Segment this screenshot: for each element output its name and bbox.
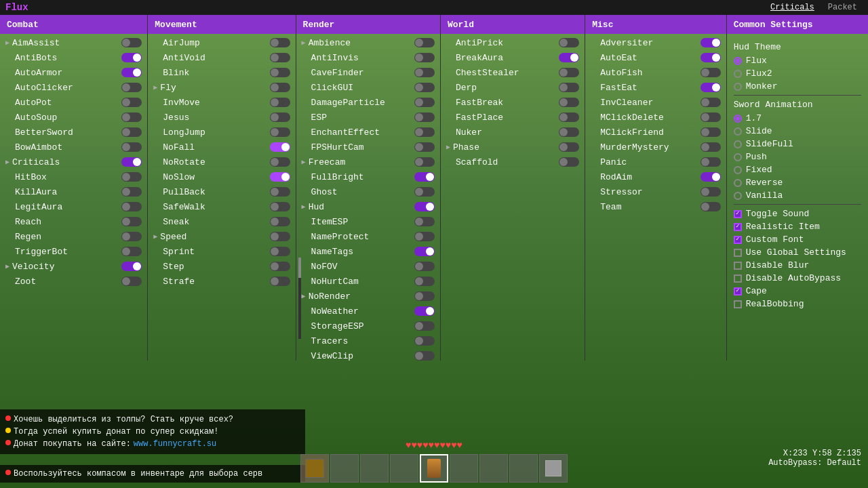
menu-item[interactable]: AutoEat [585,50,726,65]
menu-item[interactable]: AutoPot [0,95,147,110]
menu-item[interactable]: InvCleaner [585,95,726,110]
toggle-switch[interactable] [414,127,435,137]
toggle-switch[interactable] [701,172,721,182]
toggle-switch[interactable] [121,142,142,152]
toggle-switch[interactable] [559,127,579,137]
toggle-switch[interactable] [121,127,142,137]
menu-item[interactable]: ▶Freecam [296,155,440,169]
toggle-switch[interactable] [414,232,435,241]
toggle-switch[interactable] [414,68,435,77]
menu-item[interactable]: Tracers [296,333,440,348]
menu-item[interactable]: ▶Criticals [0,155,147,169]
hotbar-slot-6[interactable] [479,454,508,483]
menu-item[interactable]: MurderMystery [585,140,726,155]
menu-item[interactable]: NoFall [148,140,295,155]
menu-item[interactable]: NameProtect [296,229,440,244]
toggle-switch[interactable] [414,172,435,182]
menu-item[interactable]: BreakAura [441,50,585,65]
toggle-switch[interactable] [270,53,290,62]
toggle-switch[interactable] [414,38,435,47]
tab-packet[interactable]: Packet [823,1,863,14]
menu-item[interactable]: AntiVoid [148,50,295,65]
menu-item[interactable]: Ghost [296,184,440,199]
toggle-switch[interactable] [414,336,435,346]
menu-item[interactable]: Step [148,259,295,274]
menu-item[interactable]: AutoClicker [0,80,147,95]
toggle-switch[interactable] [121,98,142,107]
toggle-switch[interactable] [121,113,142,122]
menu-item[interactable]: Scaffold [441,155,585,169]
toggle-switch[interactable] [414,351,435,361]
menu-item[interactable]: ▶Phase [441,140,585,155]
checkbox-item-custom-font[interactable]: Custom Font [734,233,861,246]
menu-item[interactable]: CaveFinder [296,65,440,80]
panel-movement-content[interactable]: AirJumpAntiVoidBlink▶FlyInvMoveJesusLong… [148,34,295,361]
menu-item[interactable]: BetterSword [0,125,147,140]
toggle-switch[interactable] [559,98,579,107]
toggle-switch[interactable] [414,306,435,316]
toggle-switch[interactable] [414,113,435,122]
checkbox-item-realistic-item[interactable]: Realistic Item [734,220,861,233]
hotbar-slot-3[interactable] [390,454,418,483]
hotbar-slot-0[interactable] [300,454,329,483]
menu-item[interactable]: AirJump [148,35,295,50]
menu-item[interactable]: Blink [148,65,295,80]
menu-item[interactable]: Nuker [441,125,585,140]
toggle-switch[interactable] [270,127,290,137]
menu-item[interactable]: TriggerBot [0,244,147,259]
menu-item[interactable]: FastPlace [441,110,585,125]
menu-item[interactable]: MClickFriend [585,125,726,140]
toggle-switch[interactable] [414,321,435,331]
menu-item[interactable]: MClickDelete [585,110,726,125]
radio-item-monker[interactable]: Monker [734,81,861,92]
menu-item[interactable]: Strafe [148,274,295,289]
menu-item[interactable]: InvMove [148,95,295,110]
toggle-switch[interactable] [414,187,435,197]
checkbox-item-cape[interactable]: Cape [734,285,861,298]
menu-item[interactable]: FastBreak [441,95,585,110]
toggle-switch[interactable] [701,113,721,122]
toggle-switch[interactable] [121,232,142,241]
toggle-switch[interactable] [414,277,435,286]
menu-item[interactable]: ▶Velocity [0,259,147,274]
toggle-switch[interactable] [270,142,290,152]
toggle-switch[interactable] [270,232,290,241]
menu-item[interactable]: ▶Hud [296,199,440,214]
toggle-switch[interactable] [270,83,290,92]
hotbar-slot-7[interactable] [509,454,538,483]
toggle-switch[interactable] [270,157,290,167]
menu-item[interactable]: ViewClip [296,348,440,361]
checkbox-item-disable-blur[interactable]: Disable Blur [734,259,861,272]
toggle-switch[interactable] [701,38,721,47]
toggle-switch[interactable] [559,68,579,77]
checkbox-item-use-global-settings[interactable]: Use Global Settings [734,246,861,259]
menu-item[interactable]: ItemESP [296,214,440,229]
panel-render-content[interactable]: ▶AmbienceAntiInvisCaveFinderClickGUIDama… [296,34,440,361]
menu-item[interactable]: KillAura [0,184,147,199]
menu-item[interactable]: Panic [585,155,726,169]
toggle-switch[interactable] [270,68,290,77]
menu-item[interactable]: AntiPrick [441,35,585,50]
toggle-switch[interactable] [701,53,721,62]
radio-item-slide[interactable]: Slide [734,125,861,137]
menu-item[interactable]: NoHurtCam [296,274,440,289]
toggle-switch[interactable] [270,113,290,122]
toggle-switch[interactable] [414,98,435,107]
toggle-switch[interactable] [270,247,290,256]
menu-item[interactable]: Regen [0,229,147,244]
toggle-switch[interactable] [701,202,721,211]
menu-item[interactable]: ▶AimAssist [0,35,147,50]
menu-item[interactable]: ▶Speed [148,229,295,244]
toggle-switch[interactable] [414,83,435,92]
toggle-switch[interactable] [270,217,290,226]
toggle-switch[interactable] [270,202,290,211]
menu-item[interactable]: ▶Fly [148,80,295,95]
toggle-switch[interactable] [414,262,435,271]
toggle-switch[interactable] [121,68,142,77]
toggle-switch[interactable] [559,142,579,152]
toggle-switch[interactable] [701,127,721,137]
hotbar-slot-1[interactable] [330,454,359,483]
menu-item[interactable]: DamageParticle [296,95,440,110]
toggle-switch[interactable] [121,83,142,92]
hotbar-slot-4[interactable] [420,454,448,483]
